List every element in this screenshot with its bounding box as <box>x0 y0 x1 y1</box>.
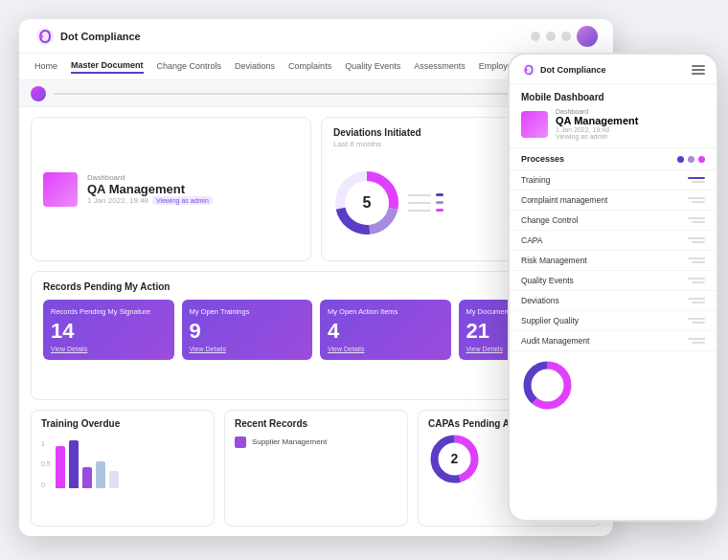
process-lines-complaint <box>688 197 705 203</box>
process-item-change[interactable]: Change Control <box>510 211 717 231</box>
process-label-complaint: Complaint management <box>521 195 607 205</box>
mobile-hamburger-icon[interactable] <box>692 65 705 75</box>
process-list: Training Complaint management Change Con… <box>510 170 717 351</box>
legend-item-1 <box>408 193 444 196</box>
processes-dots <box>677 156 705 163</box>
process-label-quality: Quality Events <box>521 276 574 285</box>
mobile-logo-icon <box>521 62 536 78</box>
mobile-title-inner: Dashboard QA Management 1 Jan 2022, 19:4… <box>521 108 705 140</box>
mobile-device: Dot Compliance Mobile Dashboard Dashboar… <box>508 53 718 522</box>
process-dot-2 <box>688 156 694 163</box>
nav-item-home[interactable]: Home <box>34 61 57 73</box>
bar-1 <box>69 440 79 488</box>
record-tile-label-0: Records Pending My Signature <box>51 307 150 317</box>
process-item-supplier[interactable]: Supplier Quality <box>510 311 717 331</box>
dashboard-subtitle: Dashboard <box>87 173 299 182</box>
nav-item-quality-events[interactable]: Quality Events <box>345 61 400 73</box>
y-label-1: 0.5 <box>41 460 51 467</box>
record-tile-number-3: 21 <box>466 321 489 342</box>
process-item-quality[interactable]: Quality Events <box>510 271 717 291</box>
nav-item-change-controls[interactable]: Change Controls <box>157 61 222 73</box>
dashboard-card: Dashboard QA Management 1 Jan 2022, 19:4… <box>31 117 311 261</box>
process-item-risk[interactable]: Risk Management <box>510 251 717 271</box>
legend-item-3 <box>408 209 444 212</box>
y-label-2: 0 <box>41 482 51 488</box>
top-bar-right <box>531 26 598 47</box>
process-lines-training <box>688 177 705 183</box>
process-lines-capa <box>688 237 705 243</box>
process-item-complaint[interactable]: Complaint management <box>510 190 717 211</box>
mobile-meta: 1 Jan 2022, 19:48 <box>556 126 638 133</box>
training-card: Training Overdue 1 0.5 0 <box>31 410 215 526</box>
process-dot-1 <box>677 156 684 163</box>
mobile-pink-square <box>521 111 548 138</box>
mobile-bottom-donut-svg <box>521 359 574 412</box>
process-lines-deviations <box>688 298 705 303</box>
record-tile-link-3[interactable]: View Details <box>466 346 503 352</box>
processes-label: Processes <box>521 154 564 164</box>
record-tile-1: My Open Trainings 9 View Details <box>182 300 313 360</box>
process-label-training: Training <box>521 175 550 185</box>
mobile-bottom-donut <box>521 359 574 412</box>
legend-dot-1 <box>436 193 444 196</box>
legend-dot-3 <box>436 209 444 212</box>
legend-line-3 <box>408 210 431 212</box>
mobile-logo-text: Dot Compliance <box>540 65 606 75</box>
logo-area: Dot Compliance <box>34 26 141 47</box>
deviations-donut: 5 <box>333 169 400 236</box>
recent-records-card: Recent Records Supplier Management <box>224 410 408 526</box>
record-tile-label-1: My Open Trainings <box>190 307 250 317</box>
mobile-title: Mobile Dashboard <box>521 92 705 102</box>
mobile-dashboard-subtitle: Dashboard <box>556 108 638 115</box>
process-lines-change <box>688 217 705 223</box>
deviations-count: 5 <box>363 194 372 212</box>
mobile-logo-area: Dot Compliance <box>521 62 606 78</box>
dashboard-info: Dashboard QA Management 1 Jan 2022, 19:4… <box>87 173 299 205</box>
process-item-capa[interactable]: CAPA <box>510 231 717 251</box>
process-label-audit: Audit Management <box>521 336 589 346</box>
svg-point-10 <box>525 69 528 72</box>
bar-2 <box>82 467 92 488</box>
nav-item-master-document[interactable]: Master Document <box>71 60 144 74</box>
process-lines-supplier <box>688 318 705 324</box>
recent-records-item-0: Supplier Management <box>235 437 398 448</box>
legend-item-2 <box>408 201 444 204</box>
process-item-training[interactable]: Training <box>510 170 717 190</box>
record-tile-link-0[interactable]: View Details <box>51 346 87 352</box>
record-tile-number-0: 14 <box>51 321 74 342</box>
dashboard-meta: 1 Jan 2022, 19:48 <box>87 196 148 205</box>
nav-item-complaints[interactable]: Complaints <box>288 61 331 73</box>
avatar[interactable] <box>577 26 598 47</box>
chart-y-labels: 1 0.5 0 <box>41 440 51 488</box>
mobile-donut-section <box>510 351 717 419</box>
process-label-risk: Risk Management <box>521 256 587 265</box>
toolbar-line <box>54 93 522 95</box>
record-tile-label-2: My Open Action Items <box>328 307 398 317</box>
training-title: Training Overdue <box>41 418 204 429</box>
record-tile-link-2[interactable]: View Details <box>328 346 364 352</box>
recent-records-title: Recent Records <box>235 418 398 429</box>
process-label-capa: CAPA <box>521 235 543 245</box>
mobile-qa-title: QA Management <box>556 115 638 126</box>
processes-header: Processes <box>510 148 717 170</box>
process-item-deviations[interactable]: Deviations <box>510 291 717 311</box>
nav-item-assessments[interactable]: Assessments <box>414 61 466 73</box>
process-label-supplier: Supplier Quality <box>521 316 579 325</box>
circle-btn-2[interactable] <box>546 32 556 41</box>
capas-count: 2 <box>451 451 459 466</box>
svg-point-1 <box>39 34 43 38</box>
record-tile-2: My Open Action Items 4 View Details <box>320 300 451 360</box>
process-label-deviations: Deviations <box>521 296 559 305</box>
circle-btn-3[interactable] <box>561 32 571 41</box>
record-tile-link-1[interactable]: View Details <box>190 346 226 352</box>
y-label-0: 1 <box>41 440 51 447</box>
recent-records-dot-0 <box>235 437 246 448</box>
screenshot-wrapper: Dot Compliance Home Master Document Chan… <box>0 0 728 560</box>
process-item-audit[interactable]: Audit Management <box>510 331 717 351</box>
process-lines-audit <box>688 338 705 344</box>
mobile-top-bar: Dot Compliance <box>510 55 717 84</box>
circle-btn-1[interactable] <box>531 32 540 41</box>
process-dot-3 <box>698 156 705 163</box>
nav-item-deviations[interactable]: Deviations <box>235 61 275 73</box>
process-lines-quality <box>688 278 705 283</box>
